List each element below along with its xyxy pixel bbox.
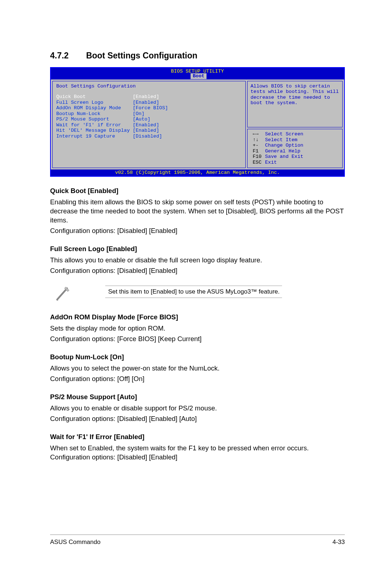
footer-right: 4-33 (332, 539, 345, 546)
bios-titlebar: BIOS SETUP UTILITY Boot (51, 68, 344, 79)
bios-setting-row: PS/2 Mouse Support [Auto] (56, 116, 242, 122)
config-item-heading: Wait for 'F1' If Error [Enabled] (50, 433, 345, 441)
config-item-options: Configuration options: [Off] [On] (50, 375, 345, 384)
bios-key-row: ↑↓Select Item (253, 137, 339, 143)
bios-setting-row: Hit 'DEL' Message Display [Enabled] (56, 128, 242, 134)
config-item-options: Configuration options: [Disabled] [Enabl… (50, 266, 345, 275)
bios-copyright: v02.58 (C)Copyright 1985-2006, American … (51, 169, 344, 176)
config-item-body: Enabling this item allows the BIOS to sk… (50, 198, 345, 225)
section-heading: 4.7.2Boot Settings Configuration (50, 51, 345, 61)
bios-setting-row: Wait for 'F1' if Error [Enabled] (56, 122, 242, 128)
bios-help-text: Allows BIOS to skip certain tests while … (247, 81, 343, 128)
bios-setting-row: Bootup Num-Lock [On] (56, 111, 242, 117)
section-number: 4.7.2 (50, 51, 69, 61)
config-item-options: Configuration options: [Force BIOS] [Kee… (50, 335, 345, 344)
bios-key-row: ←→Select Screen (253, 131, 339, 137)
config-item: Quick Boot [Enabled]Enabling this item a… (50, 187, 345, 236)
config-item-heading: Bootup Num-Lock [On] (50, 353, 345, 361)
config-item-options: Configuration options: [Disabled] [Enabl… (50, 226, 345, 236)
config-item: Full Screen Logo [Enabled]This allows yo… (50, 245, 345, 275)
note-block: Set this item to [Enabled] to use the AS… (105, 286, 282, 298)
bios-setting-row: Full Screen Logo [Enabled] (56, 100, 242, 106)
config-item-body: Sets the display mode for option ROM. (50, 324, 345, 333)
bios-key-legend: ←→Select Screen↑↓Select Item+-Change Opt… (247, 129, 343, 168)
bios-screenshot: BIOS SETUP UTILITY Boot Boot Settings Co… (50, 67, 345, 177)
section-title: Boot Settings Configuration (86, 51, 197, 60)
config-item: Bootup Num-Lock [On]Allows you to select… (50, 353, 345, 384)
config-item-body: When set to Enabled, the system waits fo… (50, 444, 345, 462)
bios-key-row: F10Save and Exit (253, 154, 339, 160)
bios-panel-title: Boot Settings Configuration (56, 83, 242, 89)
config-item-body: Allows you to enable or disable support … (50, 404, 345, 413)
config-item-body: This allows you to enable or disable the… (50, 256, 345, 265)
config-item-heading: AddOn ROM Display Mode [Force BIOS] (50, 313, 345, 321)
config-item-heading: Full Screen Logo [Enabled] (50, 245, 345, 253)
bios-setting-row: Quick Boot [Enabled] (56, 94, 242, 100)
bios-setting-row: Interrupt 19 Capture [Disabled] (56, 134, 242, 139)
config-item: Wait for 'F1' If Error [Enabled]When set… (50, 433, 345, 462)
bios-tab-boot: Boot (190, 73, 207, 79)
config-item: PS/2 Mouse Support [Auto]Allows you to e… (50, 393, 345, 423)
footer-left: ASUS Commando (50, 539, 101, 546)
page-footer: ASUS Commando 4-33 (50, 535, 345, 546)
bios-key-row: ESCExit (253, 160, 339, 165)
config-item-body: Allows you to select the power-on state … (50, 364, 345, 373)
bios-key-row: F1General Help (253, 148, 339, 154)
config-item: AddOn ROM Display Mode [Force BIOS]Sets … (50, 313, 345, 344)
bios-key-row: +-Change Option (253, 143, 339, 148)
config-item-options: Configuration options: [Disabled] [Enabl… (50, 414, 345, 423)
note-icon (50, 286, 75, 304)
note-text: Set this item to [Enabled] to use the AS… (105, 288, 282, 295)
config-item-heading: Quick Boot [Enabled] (50, 187, 345, 195)
bios-setting-row: AddOn ROM Display Mode [Force BIOS] (56, 105, 242, 111)
bios-settings-panel: Boot Settings Configuration Quick Boot [… (52, 81, 246, 168)
config-item-heading: PS/2 Mouse Support [Auto] (50, 393, 345, 401)
